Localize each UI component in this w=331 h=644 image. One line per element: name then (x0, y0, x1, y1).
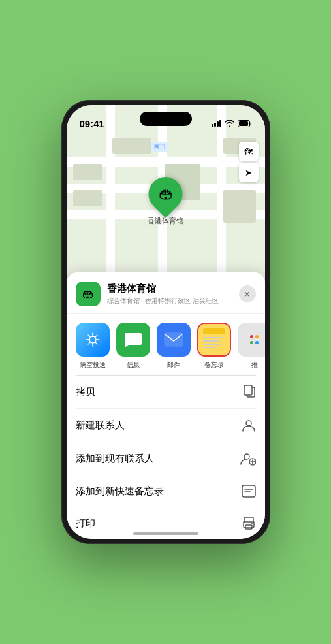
svg-point-13 (251, 523, 253, 524)
share-airdrop[interactable]: 隔空投送 (76, 323, 110, 370)
map-controls: 🗺 ➤ (239, 142, 259, 182)
status-icons (212, 120, 252, 127)
location-button[interactable]: ➤ (239, 163, 259, 182)
mail-label: 邮件 (167, 361, 180, 370)
status-time: 09:41 (80, 118, 104, 129)
share-mail[interactable]: 邮件 (157, 323, 191, 370)
airdrop-label: 隔空投送 (80, 361, 106, 370)
action-copy[interactable]: 拷贝 (76, 375, 256, 408)
svg-rect-12 (245, 525, 252, 529)
messages-label: 信息 (127, 361, 140, 370)
venue-info: 香港体育馆 综合体育馆 · 香港特别行政区 油尖旺区 (107, 283, 239, 306)
venue-subtitle: 综合体育馆 · 香港特别行政区 油尖旺区 (107, 297, 239, 306)
airdrop-icon (76, 323, 110, 357)
copy-label: 拷贝 (76, 386, 95, 398)
action-add-contact[interactable]: 添加到现有联系人 (76, 442, 256, 475)
venue-pin-icon: 🏟 (159, 185, 173, 202)
dynamic-island (140, 112, 192, 126)
quick-note-label: 添加到新快速备忘录 (76, 485, 164, 498)
sheet-header: 🏟 香港体育馆 综合体育馆 · 香港特别行政区 油尖旺区 ✕ (67, 272, 265, 314)
svg-rect-1 (239, 121, 248, 126)
share-row: 隔空投送 信息 (67, 314, 265, 375)
action-quick-note[interactable]: 添加到新快速备忘录 (76, 475, 256, 507)
svg-point-7 (244, 454, 249, 459)
share-messages[interactable]: 信息 (116, 323, 150, 370)
add-contact-icon (240, 451, 256, 466)
close-button[interactable]: ✕ (239, 285, 256, 302)
quick-note-icon (242, 485, 256, 498)
notes-label: 备忘录 (204, 361, 224, 370)
svg-point-6 (246, 421, 251, 426)
share-more[interactable]: 推 (238, 323, 265, 370)
mail-icon (157, 323, 191, 357)
svg-rect-5 (244, 385, 252, 395)
print-label: 打印 (76, 517, 95, 530)
wifi-icon (225, 120, 234, 127)
svg-rect-9 (242, 485, 255, 497)
venue-icon: 🏟 (76, 282, 101, 306)
new-contact-label: 新建联系人 (76, 419, 125, 432)
home-indicator (133, 532, 198, 535)
copy-icon (243, 385, 256, 399)
notes-icon (197, 323, 231, 357)
add-contact-label: 添加到现有联系人 (76, 453, 154, 465)
svg-rect-10 (244, 517, 253, 523)
venue-name: 香港体育馆 (107, 283, 239, 295)
signal-icon (212, 120, 221, 127)
map-label: 南口 (151, 142, 168, 152)
phone-frame: 09:41 (61, 100, 270, 544)
print-icon (242, 517, 256, 530)
map-view-button[interactable]: 🗺 (239, 142, 259, 161)
more-icon (238, 323, 265, 357)
battery-icon (238, 120, 252, 127)
svg-rect-3 (165, 333, 183, 346)
pin-circle: 🏟 (142, 170, 190, 218)
action-list: 拷贝 新建联系人 添加到现有联系人 (67, 375, 265, 539)
share-notes[interactable]: 备忘录 (197, 323, 231, 370)
more-label: 推 (251, 361, 258, 370)
phone-screen: 09:41 (67, 105, 265, 539)
location-pin: 🏟 香港体育馆 (148, 177, 183, 226)
new-contact-icon (242, 418, 256, 432)
messages-icon (116, 323, 150, 357)
action-new-contact[interactable]: 新建联系人 (76, 408, 256, 442)
bottom-sheet: 🏟 香港体育馆 综合体育馆 · 香港特别行政区 油尖旺区 ✕ (67, 272, 265, 539)
